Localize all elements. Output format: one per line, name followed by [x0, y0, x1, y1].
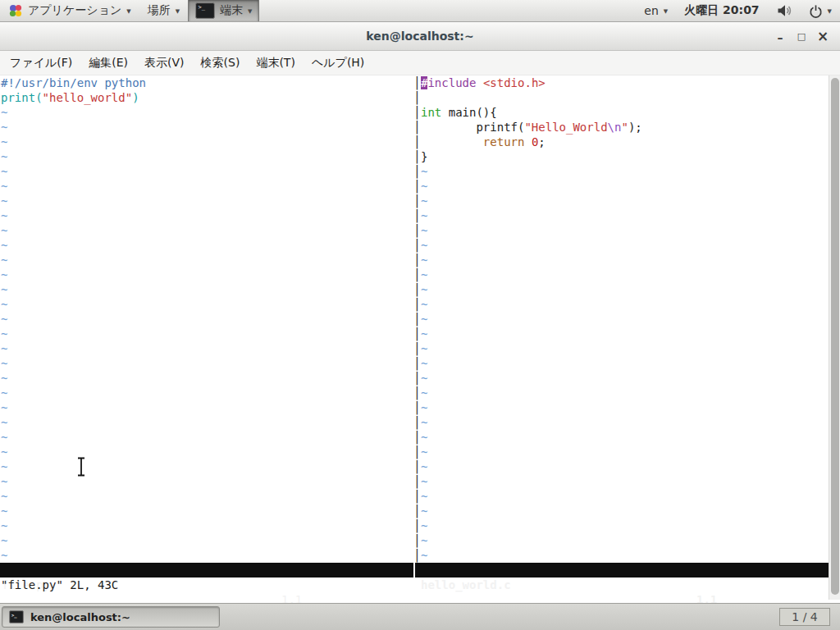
window-controls: – □ ×	[769, 22, 833, 50]
tilde-line: ~	[421, 371, 827, 386]
terminal-icon: >_	[195, 2, 215, 20]
terminal-content[interactable]: #!/usr/bin/env pythonprint("hello_world"…	[0, 75, 840, 603]
places-menu-label: 場所	[148, 3, 171, 18]
code-line: #!/usr/bin/env python	[1, 75, 411, 90]
tilde-line: ~	[1, 356, 411, 371]
active-app-label: 端末	[220, 3, 243, 18]
tilde-line: ~	[421, 430, 827, 445]
code-line: print("hello_world")	[1, 90, 411, 105]
maximize-button[interactable]: □	[791, 31, 812, 42]
menu-item[interactable]: 編集(E)	[80, 56, 136, 71]
tilde-line: ~	[421, 282, 827, 297]
tilde-line: ~	[421, 312, 827, 326]
tilde-line: ~	[421, 297, 827, 312]
tilde-line: ~	[421, 459, 827, 474]
tilde-line: ~	[1, 120, 411, 135]
menu-item[interactable]: ヘルプ(H)	[304, 56, 372, 71]
active-app-menu[interactable]: >_ 端末 ▼	[188, 0, 259, 21]
places-menu[interactable]: 場所 ▼	[139, 0, 188, 21]
workspace-switcher[interactable]: 1 / 4	[779, 608, 830, 626]
taskbar-window-label: ken@localhost:~	[30, 611, 130, 623]
tilde-line: ~	[1, 135, 411, 149]
tilde-line: ~	[421, 253, 827, 267]
tilde-line: ~	[421, 533, 827, 548]
tilde-line: ~	[421, 194, 827, 208]
chevron-down-icon: ▼	[248, 8, 252, 15]
tilde-line: ~	[1, 504, 411, 518]
tilde-line: ~	[421, 400, 827, 415]
tilde-line: ~	[1, 194, 411, 208]
tilde-line: ~	[421, 208, 827, 223]
tilde-line: ~	[421, 267, 827, 282]
keyboard-layout-indicator[interactable]: en ▼	[636, 0, 676, 21]
menu-item[interactable]: ファイル(F)	[2, 56, 80, 71]
tilde-line: ~	[1, 518, 411, 533]
tilde-line: ~	[1, 208, 411, 223]
code-line: return 0;	[421, 135, 827, 149]
minimize-button[interactable]: –	[769, 31, 791, 44]
tilde-line: ~	[421, 445, 827, 459]
chevron-down-icon: ▼	[126, 8, 130, 15]
tilde-line: ~	[421, 518, 827, 533]
applications-menu[interactable]: アプリケーション ▼	[0, 0, 139, 21]
vim-statusbar-left: file.py 1,1 全て	[0, 563, 413, 578]
tilde-line: ~	[1, 371, 411, 386]
scrollbar-thumb[interactable]	[831, 78, 839, 595]
close-button[interactable]: ×	[812, 28, 833, 44]
statusbar-filename: hello_world.c	[421, 578, 511, 592]
window-titlebar[interactable]: ken@localhost:~ – □ ×	[0, 22, 840, 51]
clock-label: 火曜日 20:07	[684, 3, 759, 18]
tilde-line: ~	[1, 386, 411, 400]
code-line: }	[421, 149, 827, 164]
tilde-line: ~	[421, 223, 827, 238]
vim-right-pane: #include <stdio.h>int main(){ printf("He…	[421, 75, 827, 563]
tilde-line: ~	[1, 267, 411, 282]
tilde-line: ~	[1, 415, 411, 430]
tilde-line: ~	[1, 253, 411, 267]
tilde-line: ~	[1, 223, 411, 238]
tilde-line: ~	[421, 356, 827, 371]
chevron-down-icon: ▼	[176, 8, 180, 15]
volume-button[interactable]	[768, 0, 801, 21]
tilde-line: ~	[1, 341, 411, 356]
tilde-line: ~	[1, 326, 411, 341]
tilde-line: ~	[421, 341, 827, 356]
menu-bar: ファイル(F)編集(E)表示(V)検索(S)端末(T)ヘルプ(H)	[0, 51, 840, 75]
tilde-line: ~	[1, 430, 411, 445]
tilde-line: ~	[1, 400, 411, 415]
tilde-line: ~	[1, 297, 411, 312]
power-menu[interactable]: ▼	[801, 0, 840, 21]
taskbar-window-button[interactable]: >_ ken@localhost:~	[2, 606, 220, 628]
clock[interactable]: 火曜日 20:07	[676, 0, 767, 21]
terminal-window: ken@localhost:~ – □ × ファイル(F)編集(E)表示(V)検…	[0, 22, 840, 603]
chevron-down-icon: ▼	[664, 8, 668, 15]
tilde-line: ~	[1, 312, 411, 326]
tilde-line: ~	[1, 238, 411, 253]
tilde-line: ~	[421, 474, 827, 489]
chevron-down-icon: ▼	[828, 8, 832, 15]
svg-text:>_: >_	[11, 613, 17, 619]
tilde-line: ~	[421, 548, 827, 563]
menu-item[interactable]: 検索(S)	[193, 56, 249, 71]
speaker-icon	[776, 3, 792, 18]
menu-item[interactable]: 端末(T)	[248, 56, 303, 71]
tilde-line: ~	[421, 504, 827, 518]
menu-item[interactable]: 表示(V)	[136, 56, 193, 71]
terminal-scrollbar[interactable]	[829, 75, 840, 600]
applications-menu-label: アプリケーション	[28, 3, 121, 18]
terminal-icon: >_	[9, 610, 24, 623]
tilde-line: ~	[421, 326, 827, 341]
tilde-line: ~	[1, 445, 411, 459]
svg-text:>_: >_	[199, 4, 206, 11]
code-line	[421, 90, 827, 105]
code-line: printf("Hello_World\n");	[421, 120, 827, 135]
tilde-line: ~	[1, 149, 411, 164]
tilde-line: ~	[1, 548, 411, 563]
tilde-line: ~	[1, 533, 411, 548]
tilde-line: ~	[1, 179, 411, 194]
tilde-line: ~	[421, 164, 827, 179]
tilde-line: ~	[1, 282, 411, 297]
vim-statusbar-right-active: hello_world.c 1,1 全て	[415, 563, 829, 578]
vim-message-line: "file.py" 2L, 43C	[1, 578, 118, 592]
desktop: アプリケーション ▼ 場所 ▼ >_ 端末 ▼ en ▼	[0, 0, 840, 630]
